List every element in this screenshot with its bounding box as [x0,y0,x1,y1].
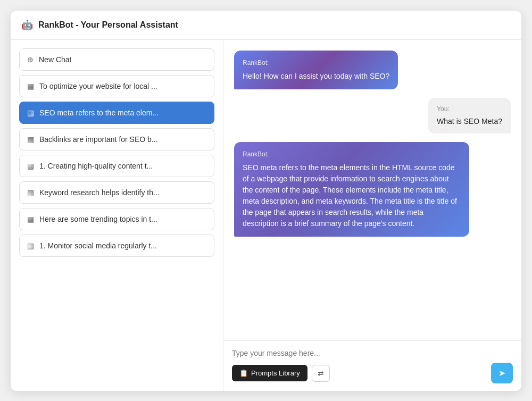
sidebar-item-icon: ▦ [27,162,34,170]
user-bubble: You: What is SEO Meta? [428,98,511,133]
sidebar-item-icon: ▦ [27,241,34,250]
send-icon: ➤ [498,368,505,378]
app-body: ⊕ New Chat ▦ To optimize your website fo… [11,40,521,391]
prompts-icon: 📋 [239,369,248,377]
sidebar-item-label: New Chat [39,55,71,64]
chat-messages: RankBot: Hello! How can I assist you tod… [223,40,521,340]
app-title: RankBot - Your Personal Assistant [38,20,178,30]
chat-area: RankBot: Hello! How can I assist you tod… [223,40,521,391]
bot-icon: 🤖 [21,19,33,31]
sidebar: ⊕ New Chat ▦ To optimize your website fo… [11,40,223,391]
sidebar-item-label: 1. Creating high-quality content t... [39,162,153,170]
sidebar-item-seo-meta[interactable]: ▦ SEO meta refers to the meta elem... [19,102,214,124]
sidebar-item-new-chat[interactable]: ⊕ New Chat [19,48,214,71]
app-header: 🤖 RankBot - Your Personal Assistant [11,11,521,40]
message-msg1: RankBot: Hello! How can I assist you tod… [234,51,398,89]
user-label: You: [437,104,502,114]
sidebar-item-icon: ▦ [27,108,34,117]
prompts-library-button[interactable]: 📋 Prompts Library [232,365,307,381]
sidebar-item-icon: ▦ [27,82,34,90]
sidebar-item-local-seo[interactable]: ▦ To optimize your website for local ... [19,75,214,97]
message-input[interactable] [232,349,513,357]
send-button[interactable]: ➤ [491,363,513,383]
sidebar-item-label: Backlinks are important for SEO b... [39,135,158,144]
chat-input-area: 📋 Prompts Library ⇄ ➤ [223,340,521,391]
sidebar-item-label: Here are some trending topics in t... [39,215,157,223]
bot-bubble: RankBot: SEO meta refers to the meta ele… [234,142,469,237]
sidebar-item-trending-topics[interactable]: ▦ Here are some trending topics in t... [19,208,214,230]
bot-bubble: RankBot: Hello! How can I assist you tod… [234,51,398,89]
refresh-icon: ⇄ [318,369,324,378]
sidebar-item-high-quality[interactable]: ▦ 1. Creating high-quality content t... [19,155,214,177]
bot-label: RankBot: [243,149,461,159]
message-msg2: You: What is SEO Meta? [428,98,511,133]
sidebar-item-icon: ▦ [27,215,34,223]
bot-text: Hello! How can I assist you today with S… [243,72,389,80]
chat-input-actions: 📋 Prompts Library ⇄ ➤ [232,363,513,383]
prompts-label: Prompts Library [251,369,300,377]
user-text: What is SEO Meta? [437,117,502,126]
sidebar-item-keyword-research[interactable]: ▦ Keyword research helps identify th... [19,181,214,204]
bot-label: RankBot: [243,58,389,68]
app-container: 🤖 RankBot - Your Personal Assistant ⊕ Ne… [11,11,521,391]
sidebar-item-icon: ⊕ [27,55,34,64]
sidebar-item-label: To optimize your website for local ... [39,82,157,90]
sidebar-item-icon: ▦ [27,188,34,197]
sidebar-item-social-media[interactable]: ▦ 1. Monitor social media regularly t... [19,235,214,257]
sidebar-item-backlinks[interactable]: ▦ Backlinks are important for SEO b... [19,128,214,151]
bot-text: SEO meta refers to the meta elements in … [243,163,457,228]
sidebar-item-label: 1. Monitor social media regularly t... [39,241,157,250]
sidebar-item-icon: ▦ [27,135,34,144]
message-msg3: RankBot: SEO meta refers to the meta ele… [234,142,469,237]
sidebar-item-label: SEO meta refers to the meta elem... [39,108,159,117]
refresh-button[interactable]: ⇄ [312,365,330,382]
sidebar-item-label: Keyword research helps identify th... [39,188,160,197]
